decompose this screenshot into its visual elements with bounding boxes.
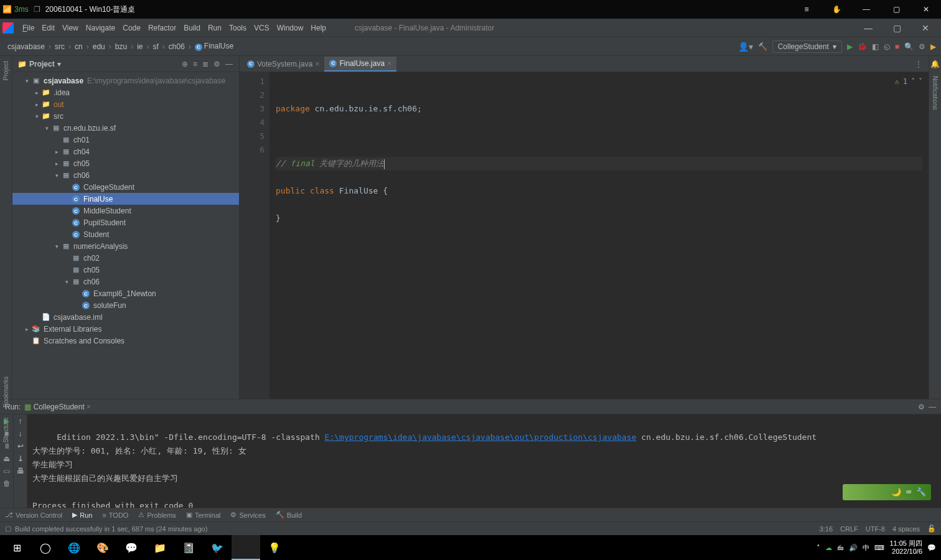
tree-root[interactable]: ▾ ▣ csjavabase E:\myprograms\idea\javaba… xyxy=(12,75,239,86)
tray-ime-icon[interactable]: 🖮 xyxy=(837,544,844,551)
tree-class-student[interactable]: C Student xyxy=(12,228,239,240)
menu-tools[interactable]: Tools xyxy=(225,21,250,35)
run-settings-icon[interactable]: ⚙ xyxy=(918,403,925,411)
tray-chevron-icon[interactable]: ˄ xyxy=(817,544,820,552)
hamburger-icon[interactable]: ≡ xyxy=(794,5,819,14)
tool-terminal[interactable]: ▣Terminal xyxy=(186,511,221,519)
layout-icon[interactable]: ▭ xyxy=(3,467,10,475)
tree-class-finaluse[interactable]: C FinalUse xyxy=(12,193,239,205)
tray-cloud-icon[interactable]: ☁ xyxy=(825,544,832,552)
run-config-selector[interactable]: CollegeStudent ▾ xyxy=(772,40,842,53)
tool-todo[interactable]: ≡TODO xyxy=(102,511,128,519)
settings-icon[interactable]: ⚙ xyxy=(919,42,925,51)
collaborate-icon[interactable]: 👤▾ xyxy=(738,42,753,52)
close-icon[interactable]: × xyxy=(87,403,91,411)
tool-run[interactable]: ▶Run xyxy=(72,511,92,519)
code-area[interactable]: ⚠ 1 ˄ ˅ package cn.edu.bzu.ie.sf.ch06; /… xyxy=(269,72,929,399)
warning-icon[interactable]: ⚠ xyxy=(895,75,899,88)
tabs-more-icon[interactable]: ⋮ xyxy=(911,60,926,68)
bc-class[interactable]: CFinalUse xyxy=(192,40,236,52)
minimize-btn[interactable]: — xyxy=(854,5,879,14)
next-highlight-icon[interactable]: ˅ xyxy=(919,75,922,88)
menu-navigate[interactable]: Navigate xyxy=(82,21,119,35)
tree-class-pupil[interactable]: C PupilStudent xyxy=(12,217,239,228)
prev-highlight-icon[interactable]: ˄ xyxy=(911,75,915,88)
dingtalk-icon[interactable]: 🐦 xyxy=(203,535,232,560)
close-btn[interactable]: ✕ xyxy=(914,5,939,14)
project-tree[interactable]: ▾ ▣ csjavabase E:\myprograms\idea\javaba… xyxy=(12,72,239,399)
ide-close-btn[interactable]: ✕ xyxy=(912,23,939,33)
notifications-icon[interactable]: 💬 xyxy=(927,544,936,552)
menu-window[interactable]: Window xyxy=(273,21,307,35)
caret-position[interactable]: 3:16 xyxy=(820,525,833,533)
profile-icon[interactable]: ◵ xyxy=(884,42,890,51)
bc-sf[interactable]: sf xyxy=(150,41,161,52)
tree-out[interactable]: ▸ 📁 out xyxy=(12,98,239,110)
tree-class-college[interactable]: C CollegeStudent xyxy=(12,181,239,193)
tree-ch04[interactable]: ▸ ▦ ch04 xyxy=(12,146,239,157)
tree-class-solute[interactable]: C soluteFun xyxy=(12,299,239,311)
run-button[interactable]: ▶ xyxy=(847,42,853,51)
ide-minimize-btn[interactable]: — xyxy=(855,23,881,33)
search-everywhere-icon[interactable]: 🔍 xyxy=(904,42,914,51)
ide-update-icon[interactable]: ▶ xyxy=(930,42,936,51)
bc-src[interactable]: src xyxy=(52,41,67,52)
pause-icon[interactable]: ⏸ xyxy=(3,442,11,450)
coverage-icon[interactable]: ◧ xyxy=(872,42,879,51)
run-config-name[interactable]: ▦ CollegeStudent × xyxy=(24,403,91,411)
tree-numeric[interactable]: ▾ ▦ numericAnalysis xyxy=(12,240,239,252)
collapse-all-icon[interactable]: ≣ xyxy=(201,60,210,68)
tool-services[interactable]: ⚙Services xyxy=(230,511,265,519)
down-icon[interactable]: ↓ xyxy=(19,429,22,438)
menu-help[interactable]: Help xyxy=(307,21,330,35)
tree-ch06[interactable]: ▾ ▦ ch06 xyxy=(12,169,239,181)
explorer-icon[interactable]: 📁 xyxy=(146,535,174,560)
menu-vcs[interactable]: VCS xyxy=(250,21,273,35)
tree-scratch[interactable]: 📋 Scratches and Consoles xyxy=(12,335,239,347)
tree-ch05[interactable]: ▸ ▦ ch05 xyxy=(12,157,239,169)
bc-bzu[interactable]: bzu xyxy=(113,41,129,52)
tab-votesystem[interactable]: C VoteSystem.java × xyxy=(242,57,324,72)
menu-refactor[interactable]: Refactor xyxy=(144,21,180,35)
editor-status[interactable]: ⚠ 1 ˄ ˅ xyxy=(895,75,922,88)
ide-maximize-btn[interactable]: ▢ xyxy=(884,23,910,33)
menu-run[interactable]: Run xyxy=(204,21,225,35)
menu-code[interactable]: Code xyxy=(119,21,144,35)
file-encoding[interactable]: UTF-8 xyxy=(866,525,885,533)
indent-info[interactable]: 4 spaces xyxy=(892,525,920,533)
tray-clock[interactable]: 11:05 周四 2022/10/6 xyxy=(889,539,922,556)
build-icon[interactable]: 🔨 xyxy=(758,42,767,51)
tray-lang[interactable]: 中 xyxy=(863,543,869,553)
close-icon[interactable]: × xyxy=(315,60,319,68)
sidebar-notifications[interactable]: Notifications xyxy=(932,76,939,110)
maximize-btn[interactable]: ▢ xyxy=(884,5,909,14)
bc-cn[interactable]: cn xyxy=(72,41,85,52)
ime-indicator[interactable]: 🌙 ⌨ 🔧 xyxy=(843,484,931,500)
tree-pkg[interactable]: ▾ ▦ cn.edu.bzu.ie.sf xyxy=(12,122,239,134)
tree-na-ch06[interactable]: ▾ ▦ ch06 xyxy=(12,276,239,287)
tool-problems[interactable]: ⚠Problems xyxy=(138,511,176,519)
tree-class-newton[interactable]: C Exampl6_1Newton xyxy=(12,287,239,299)
menu-file[interactable]: File xyxy=(19,21,38,35)
intellij-task-icon[interactable] xyxy=(232,535,260,560)
expand-all-icon[interactable]: ≡ xyxy=(192,60,199,68)
edge-icon[interactable]: 🌐 xyxy=(60,535,88,560)
tree-ch01[interactable]: ▦ ch01 xyxy=(12,134,239,146)
hide-icon[interactable]: — xyxy=(224,60,234,68)
cortana-button[interactable]: ◯ xyxy=(31,535,60,560)
sidebar-bookmarks[interactable]: Bookmarks xyxy=(2,376,9,408)
menu-edit[interactable]: Edit xyxy=(38,21,59,35)
target-icon[interactable]: ⊕ xyxy=(180,60,189,68)
stop-button[interactable]: ■ xyxy=(895,42,899,51)
output-path-link[interactable]: E:\myprograms\idea\javabase\csjavabase\o… xyxy=(325,432,637,442)
tree-na-ch05[interactable]: ▦ ch05 xyxy=(12,264,239,276)
wechat-icon[interactable]: 💬 xyxy=(117,535,146,560)
tree-iml[interactable]: 📄 csjavabase.iml xyxy=(12,311,239,323)
exit-icon[interactable]: ⏏ xyxy=(3,454,10,463)
delete-icon[interactable]: 🗑 xyxy=(3,479,11,488)
tree-src[interactable]: ▾ 📁 src xyxy=(12,110,239,122)
debug-button[interactable]: 🐞 xyxy=(858,42,867,51)
print-icon[interactable]: 🖶 xyxy=(17,467,24,475)
sidebar-structure[interactable]: Structure xyxy=(2,418,9,443)
notes-icon[interactable]: 📓 xyxy=(174,535,203,560)
